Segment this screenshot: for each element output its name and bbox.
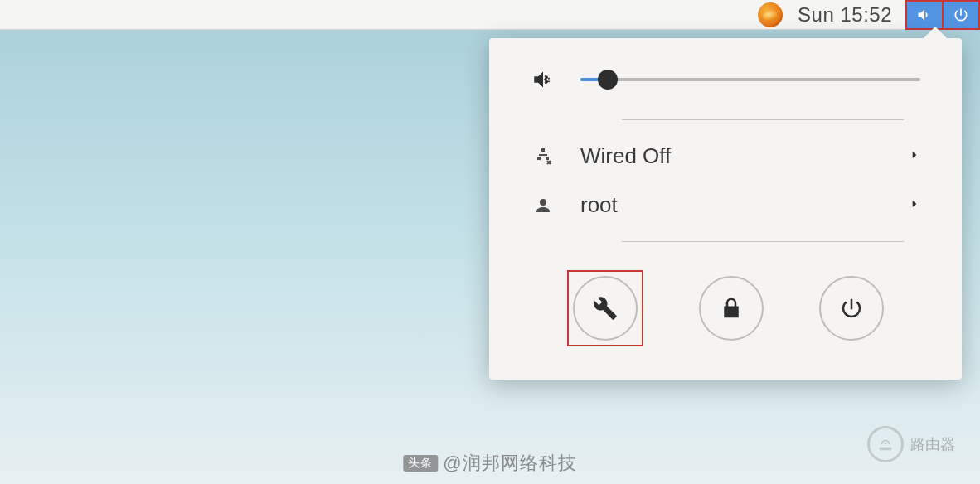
settings-icon [593,296,618,321]
system-menu: Wired Off root [489,38,962,380]
settings-button[interactable] [573,276,638,341]
menu-item-network[interactable]: Wired Off [489,132,962,181]
menu-item-label: root [580,192,909,218]
volume-row [489,61,962,108]
menu-divider [622,241,904,242]
network-wired-off-icon [531,147,555,167]
topbar: Sun 15:52 [0,0,980,30]
lock-icon [719,296,744,321]
volume-low-icon [531,68,555,91]
settings-highlight [567,270,643,346]
chevron-right-icon [909,149,920,164]
menu-item-user[interactable]: root [489,181,962,230]
tray-app-icon[interactable] [758,2,783,27]
router-logo-icon [867,426,904,462]
power-icon [953,7,969,23]
volume-icon [916,7,933,23]
volume-slider[interactable] [580,70,920,90]
lock-button[interactable] [699,276,764,341]
action-row [489,254,962,355]
corner-logo-text: 路由器 [910,434,955,454]
corner-logo: 路由器 [867,426,955,462]
volume-indicator-button[interactable] [905,0,942,30]
user-icon [531,196,555,215]
slider-thumb[interactable] [598,70,618,90]
menu-divider [622,119,904,120]
slider-track [580,78,920,81]
chevron-right-icon [909,198,920,213]
watermark: 头条 @润邦网络科技 [403,451,576,476]
power-indicator-button[interactable] [942,0,980,30]
watermark-badge: 头条 [403,455,438,472]
clock[interactable]: Sun 15:52 [798,3,892,27]
power-button[interactable] [819,276,884,341]
power-icon [839,296,864,321]
menu-item-label: Wired Off [580,143,909,169]
watermark-text: @润邦网络科技 [443,451,576,476]
